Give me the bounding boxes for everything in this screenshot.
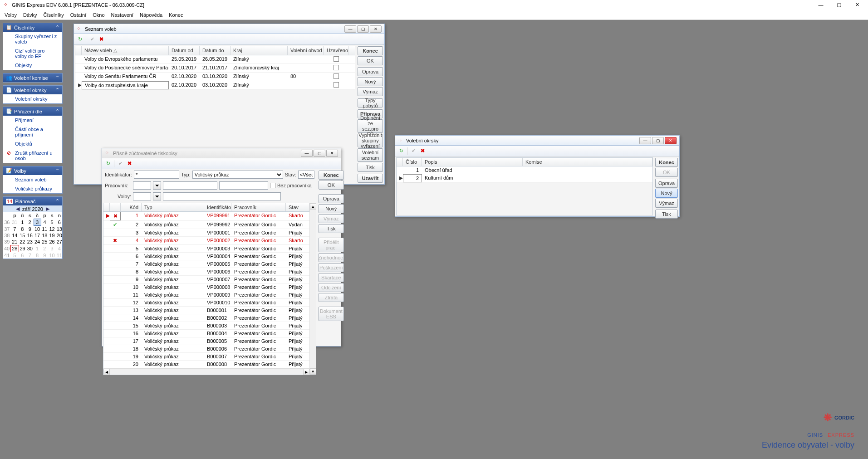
table-row[interactable]: 19Voličský průkazB000007Prezentátor Gord…	[103, 353, 309, 361]
input-prac-extra[interactable]	[219, 181, 268, 190]
tb-check-icon[interactable]: ✔	[116, 160, 124, 168]
table-row[interactable]: 6Voličský průkazVP000004Prezentátor Gord…	[103, 253, 309, 260]
table-row[interactable]: ▶Volby do zastupitelstva kraje02.10.2020…	[75, 81, 355, 90]
btn-vyprazdnit[interactable]: Vyprázdnit skupiny vyřazení	[358, 134, 383, 147]
sb-link-cizi[interactable]: Cizí voliči pro volby do EP	[3, 46, 62, 61]
table-row[interactable]: Volby do Evropského parlamentu25.05.2019…	[75, 55, 355, 64]
table-row[interactable]: 9Voličský průkazVP000007Prezentátor Gord…	[103, 276, 309, 283]
btn-ok[interactable]: OK	[358, 56, 383, 65]
tb-refresh-icon[interactable]: ↻	[76, 35, 84, 44]
btn-vymaz[interactable]: Výmaz	[655, 199, 678, 208]
sb-link-objekty[interactable]: Objekty	[3, 61, 62, 70]
btn-novy[interactable]: Nový	[319, 204, 344, 213]
sidebar-head-prirazeni[interactable]: 📑Přiřazení dle⌃	[3, 107, 62, 116]
minimize-button[interactable]: —	[812, 0, 830, 10]
col-kod[interactable]: Kód	[121, 203, 142, 211]
table-row[interactable]: Volby do Senátu Parlamentu ČR02.10.20200…	[75, 73, 355, 81]
sb-link-casti[interactable]: Částí obce a příjmení	[3, 125, 62, 139]
btn-novy[interactable]: Nový	[655, 189, 678, 198]
win-max[interactable]: ▢	[357, 25, 369, 33]
col-stav[interactable]: Stav	[286, 203, 309, 211]
table-row[interactable]: 11Voličský průkazVP000009Prezentátor Gor…	[103, 291, 309, 299]
sb-link-seznam-voleb[interactable]: Seznam voleb	[3, 175, 62, 184]
sidebar-head-komise[interactable]: 👥Volební komise⌃	[3, 73, 62, 82]
btn-uzavrit[interactable]: Uzavřít	[358, 174, 383, 183]
dd-volby[interactable]: ⏷	[153, 192, 161, 200]
table-row[interactable]: 18Voličský průkazB000006Prezentátor Gord…	[103, 345, 309, 353]
sidebar-head-okrsky[interactable]: 📄Volební okrsky⌃	[3, 86, 62, 94]
table-row[interactable]: 5Voličský průkazVP000003Prezentátor Gord…	[103, 245, 309, 253]
col-id[interactable]: Identifikátor	[204, 203, 231, 211]
col-nazev[interactable]: Název voleb △	[82, 46, 169, 55]
input-stav[interactable]	[298, 171, 314, 179]
input-ident[interactable]	[134, 171, 179, 179]
sidebar-head-planovac[interactable]: 14Plánovač⌃	[3, 197, 62, 205]
menu-davky[interactable]: Dávky	[20, 11, 40, 19]
sb-link-objektu[interactable]: Objektů	[3, 139, 62, 148]
input-prac-code[interactable]	[133, 181, 151, 190]
menu-volby[interactable]: Volby	[2, 11, 20, 19]
tb-check-icon[interactable]: ✔	[88, 35, 96, 44]
menu-ostatni[interactable]: Ostatní	[68, 11, 89, 19]
btn-doplneni[interactable]: Doplnění ze sez.pro EP	[358, 119, 383, 133]
table-row[interactable]: Volby do Poslanecké sněmovny Parlamentu …	[75, 64, 355, 73]
table-row[interactable]: 16Voličský průkazB000004Prezentátor Gord…	[103, 330, 309, 337]
table-row[interactable]: 7Voličský průkazVP000005Prezentátor Gord…	[103, 260, 309, 268]
hscroll[interactable]: ◀▶	[103, 368, 309, 375]
win-min[interactable]: —	[639, 137, 651, 144]
btn-konec[interactable]: Konec	[655, 158, 678, 167]
menu-konec[interactable]: Konec	[166, 11, 186, 19]
win-max[interactable]: ▢	[314, 150, 325, 157]
tb-refresh-icon[interactable]: ↻	[397, 147, 405, 155]
btn-tisk[interactable]: Tisk	[655, 210, 678, 219]
table-row[interactable]: ▶2Kulturní dům	[397, 174, 652, 183]
col-ico[interactable]	[110, 203, 121, 211]
col-popis[interactable]: Popis	[422, 158, 523, 166]
table-row[interactable]: 12Voličský průkazVP000010Prezentátor Gor…	[103, 299, 309, 307]
btn-skart[interactable]: Skartace	[319, 273, 344, 282]
tb-cancel-icon[interactable]: ✖	[125, 160, 133, 168]
btn-tisk[interactable]: Tisk	[319, 224, 344, 233]
input-prac-name[interactable]	[163, 181, 217, 190]
col-kraj[interactable]: Kraj	[230, 46, 288, 55]
input-volby-code[interactable]	[133, 192, 151, 200]
btn-ok[interactable]: OK	[319, 181, 344, 190]
win-close[interactable]: ✕	[665, 137, 677, 144]
sidebar-head-ciselniky[interactable]: 📋Číselníky⌃	[3, 23, 62, 32]
win-max[interactable]: ▢	[652, 137, 664, 144]
btn-novy[interactable]: Nový	[358, 77, 383, 86]
btn-oprava[interactable]: Oprava	[319, 194, 344, 203]
win-min[interactable]: —	[301, 150, 313, 157]
sb-link-prijmeni[interactable]: Příjmení	[3, 116, 62, 125]
sb-link-skupiny[interactable]: Skupiny vyřazení z voleb	[3, 32, 62, 46]
table-row[interactable]: ✔2Voličský průkazVP099992Prezentátor Gor…	[103, 221, 309, 229]
table-row[interactable]: 10Voličský průkazVP000008Prezentátor Gor…	[103, 283, 309, 291]
col-typ[interactable]: Typ	[142, 203, 204, 211]
table-row[interactable]: 14Voličský průkazB000002Prezentátor Gord…	[103, 314, 309, 322]
table-row[interactable]: 3Voličský průkazVP000001Prezentátor Gord…	[103, 229, 309, 237]
col-komise[interactable]: Komise	[523, 158, 652, 166]
btn-pridelit[interactable]: Přidělit prac.	[319, 238, 344, 252]
table-row[interactable]: 1Obecní úřad	[397, 166, 652, 174]
table-row[interactable]: 20Voličský průkazB000008Prezentátor Gord…	[103, 361, 309, 368]
cal-prev[interactable]: ◀	[16, 206, 20, 212]
btn-vymaz[interactable]: Výmaz	[358, 87, 383, 96]
win-close[interactable]: ✕	[326, 150, 338, 157]
sb-link-zrusit[interactable]: Zrušit přiřazení u osob	[3, 148, 62, 163]
tb-check-icon[interactable]: ✔	[409, 147, 417, 155]
sb-link-volebni-okrsky[interactable]: Volební okrsky	[3, 94, 62, 103]
dd-prac[interactable]: ⏷	[153, 181, 161, 190]
close-button[interactable]: ✕	[848, 0, 866, 10]
win-close[interactable]: ✕	[370, 25, 382, 33]
btn-znehod[interactable]: Znehodnoc.	[319, 253, 344, 262]
cal-next[interactable]: ▶	[46, 206, 49, 212]
table-row[interactable]: 15Voličský průkazB000003Prezentátor Gord…	[103, 322, 309, 330]
table-row[interactable]: ✖4Voličský průkazVP000002Prezentátor Gor…	[103, 237, 309, 245]
sidebar-head-volby[interactable]: 📝Volby⌃	[3, 166, 62, 175]
menu-ciselniky[interactable]: Číselníky	[40, 11, 66, 19]
col-do[interactable]: Datum do	[200, 46, 230, 55]
tb-cancel-icon[interactable]: ✖	[97, 35, 105, 44]
btn-ess[interactable]: Dokument ESS	[319, 307, 344, 321]
win-min[interactable]: —	[344, 25, 356, 33]
chk-bez-pracovnika[interactable]	[270, 183, 275, 188]
